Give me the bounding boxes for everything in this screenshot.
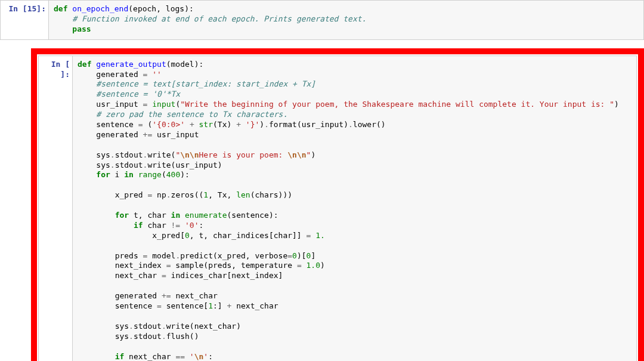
token-pun: . — [129, 332, 134, 341]
code-line: generated = '' — [78, 70, 631, 80]
token-num: 1 — [208, 301, 213, 310]
token-pl: char — [143, 221, 171, 230]
code-line: generated += next_char — [78, 291, 631, 301]
cell-prompt: In [ ]: — [39, 56, 72, 82]
token-pl — [180, 211, 185, 220]
token-pl: predict(x_pred, verbose — [180, 251, 287, 260]
token-pl: generated — [96, 130, 143, 139]
token-pun: . — [348, 120, 353, 129]
token-pun: . — [110, 150, 115, 159]
token-se: \n — [194, 352, 204, 361]
code-area[interactable]: def on_epoch_end(epoch, logs): # Functio… — [48, 1, 643, 39]
token-pl: next_char — [231, 301, 278, 310]
code-line: for t, char in enumerate(sentence): — [78, 211, 631, 221]
token-pl: usr_input — [96, 100, 143, 109]
token-pl: )[ — [297, 251, 306, 260]
token-st: '' — [152, 70, 162, 79]
code-line: # zero pad the sentence to Tx characters… — [78, 110, 631, 120]
code-line: sentence = sentence[1:] + next_char — [78, 301, 631, 311]
code-line: #sentence = text[start_index: start_inde… — [78, 79, 631, 90]
token-cm: # zero pad the sentence to Tx characters… — [96, 110, 287, 119]
token-pl: stdout — [115, 150, 143, 159]
token-bi: range — [138, 170, 162, 179]
token-pun: . — [166, 190, 171, 199]
token-pl — [302, 261, 306, 270]
token-pun: . — [129, 322, 134, 331]
token-pl: generated — [96, 70, 143, 79]
token-pl: i — [110, 170, 124, 179]
token-pl: write(next_char) — [166, 322, 241, 331]
token-pl: sys — [115, 322, 129, 331]
token-pl — [194, 120, 199, 129]
token-pl: (epoch, logs): — [128, 4, 194, 13]
token-pl: :] — [213, 301, 227, 310]
token-cm: #sentence = '0'*Tx — [96, 90, 180, 98]
token-num: 1 — [203, 190, 208, 199]
cell-prompt: In [15]: — [1, 1, 48, 17]
token-kw: def — [54, 4, 67, 13]
code-line: if char != '0': — [78, 221, 631, 231]
token-pl: sys — [96, 150, 110, 159]
token-st: Here is your poem: — [199, 150, 288, 159]
code-line: def on_epoch_end(epoch, logs): — [54, 4, 639, 14]
token-num: 0 — [292, 251, 297, 260]
token-cm: # Function invoked at end of each epoch.… — [72, 14, 366, 23]
code-line — [78, 200, 631, 211]
token-pl: sentence[ — [162, 301, 208, 310]
token-pun: = — [162, 271, 166, 280]
token-pl: (chars))) — [250, 190, 292, 199]
token-pl: ) — [320, 261, 325, 270]
code-line — [78, 241, 631, 251]
token-pun: + — [190, 120, 194, 129]
token-pl: x_pred[ — [152, 231, 185, 240]
token-pl: ) — [614, 100, 619, 109]
token-num: 1.0 — [306, 261, 320, 270]
code-line: x_pred = np.zeros((1, Tx, len(chars))) — [78, 190, 631, 200]
token-pl: indices_char[next_index] — [166, 271, 283, 280]
token-kw: for — [96, 170, 110, 179]
code-line: next_char = indices_char[next_index] — [78, 271, 631, 281]
token-st: "Write the beginning of your poem, the S… — [180, 100, 614, 109]
token-kw: if — [115, 352, 125, 361]
token-pl: write( — [147, 150, 175, 159]
token-pl — [311, 231, 315, 240]
token-pl: (Tx) — [213, 120, 236, 129]
token-bi: len — [236, 190, 250, 199]
token-pl: sentence — [96, 120, 138, 129]
code-line: sys.stdout.write("\n\nHere is your poem:… — [78, 150, 631, 161]
token-pl: usr_input — [152, 130, 199, 139]
code-cell-15[interactable]: In [15]: def on_epoch_end(epoch, logs): … — [0, 0, 644, 40]
code-line — [78, 140, 631, 150]
token-pl: sys — [96, 161, 110, 169]
token-pl: next_char — [124, 352, 175, 361]
token-pun: += — [143, 130, 153, 139]
code-line: next_index = sample(preds, temperature =… — [78, 261, 631, 271]
notebook: In [15]: def on_epoch_end(epoch, logs): … — [0, 0, 644, 361]
token-pl: ] — [311, 251, 315, 260]
code-area[interactable]: def generate_output(model): generated = … — [72, 56, 636, 361]
code-line — [78, 281, 631, 291]
token-pl: flush() — [166, 332, 199, 341]
token-pun: != — [171, 221, 181, 230]
token-pun: += — [162, 291, 171, 300]
token-pl: x_pred — [115, 190, 148, 199]
token-st: '}' — [246, 120, 259, 129]
code-line: sys.stdout.write(next_char) — [78, 322, 631, 332]
token-pl — [185, 120, 190, 129]
token-kw: in — [124, 170, 134, 179]
token-kw: if — [134, 221, 143, 230]
token-pl: sys — [115, 332, 129, 341]
code-cell-hidden-number[interactable]: In [ ]: def generate_output(model): gene… — [38, 55, 637, 361]
code-line: for i in range(400): — [78, 170, 631, 180]
token-se: \n\n — [287, 150, 306, 159]
token-kw: pass — [72, 24, 91, 33]
token-pun: = — [166, 261, 171, 270]
token-pun: . — [162, 322, 166, 331]
code-line: usr_input = input("Write the beginning o… — [78, 100, 631, 110]
token-bi: str — [199, 120, 213, 129]
token-pl: , t, char_indices[char]] — [190, 231, 306, 240]
token-pl: sample(preds, temperature — [171, 261, 297, 270]
token-num: 400 — [166, 170, 180, 179]
token-pun: . — [110, 161, 115, 169]
token-st: '0' — [185, 221, 199, 230]
